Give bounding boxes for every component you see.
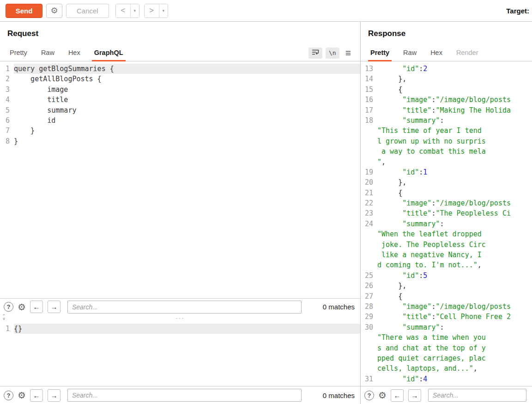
response-tab-pretty[interactable]: Pretty (363, 45, 396, 61)
toolbar: Send ⚙ Cancel < ▾ > ▾ Target: (0, 0, 532, 22)
code-line-text: "id":5 (377, 271, 532, 281)
editor-tools: \n ≡ (308, 45, 357, 61)
search-next-button[interactable]: → (48, 389, 60, 402)
code-line: 2 getAllBlogPosts { (0, 74, 360, 84)
code-line: 25 "id":5 (361, 271, 532, 281)
gear-icon: ⚙ (50, 6, 58, 16)
send-button[interactable]: Send (6, 4, 42, 18)
code-line: "When the leaflet dropped (361, 229, 532, 239)
search-prev-button[interactable]: ← (30, 389, 43, 402)
code-line: 6 id (0, 115, 360, 126)
line-number: 16 (361, 95, 377, 105)
code-line-text: "summary": (377, 322, 532, 332)
line-number: 27 (361, 291, 377, 301)
code-line: 13 "id":2 (361, 64, 532, 74)
code-line: 17 "title":"Making The Holida (361, 105, 532, 115)
code-line: pped quiet carriages, plac (361, 353, 532, 363)
line-number: 28 (361, 301, 377, 312)
request-tab-hex[interactable]: Hex (61, 45, 87, 61)
code-line-text: "id":4 (377, 374, 532, 384)
editor-menu-button[interactable]: ≡ (343, 48, 354, 58)
search-settings-icon[interactable]: ⚙ (18, 302, 26, 312)
line-number: 13 (361, 64, 377, 74)
request-tab-pretty[interactable]: Pretty (3, 45, 34, 61)
search-input[interactable] (67, 389, 302, 402)
code-line-text: "image":"/image/blog/posts (377, 95, 532, 105)
code-line-text: query getBlogSummaries { (14, 64, 360, 74)
line-number: 3 (0, 84, 14, 95)
search-next-button[interactable]: → (408, 389, 421, 402)
code-line-text: } (14, 126, 360, 136)
code-line: 1query getBlogSummaries { (0, 64, 360, 74)
request-panel: Request Pretty Raw Hex GraphQL \n (0, 22, 361, 404)
line-number (361, 332, 377, 343)
code-line: 20 }, (361, 177, 532, 187)
request-tab-graphql[interactable]: GraphQL (87, 45, 130, 61)
line-number: 7 (0, 126, 14, 136)
code-line: 22 "image":"/image/blog/posts (361, 198, 532, 208)
code-line: 14 }, (361, 74, 532, 84)
prev-request-dropdown[interactable]: ▾ (130, 4, 139, 18)
arrow-left-icon: ← (393, 392, 400, 399)
line-number: 24 (361, 219, 377, 229)
graphql-variables-editor[interactable]: 1{} (0, 321, 360, 386)
code-line: 3 image (0, 84, 360, 95)
code-line: 18 "summary": (361, 115, 532, 126)
code-line-text: title (14, 95, 360, 105)
splitter-handle-icon[interactable]: ··· (176, 314, 185, 321)
code-line-text: image (14, 84, 360, 95)
request-settings-button[interactable]: ⚙ (46, 4, 62, 18)
line-number (361, 126, 377, 136)
search-next-button[interactable]: → (48, 301, 60, 313)
wrap-lines-button[interactable] (308, 48, 322, 59)
code-line-text: summary (14, 105, 360, 115)
code-line: cells, laptops, and...", (361, 363, 532, 374)
code-line-text: } (14, 136, 360, 146)
line-number (361, 136, 377, 146)
main-split: Request Pretty Raw Hex GraphQL \n (0, 22, 532, 404)
splitter-collapse-control[interactable]: ^ v (3, 315, 5, 320)
variables-search-bar: ? ⚙ ← → 0 matches (0, 386, 360, 404)
line-number: 31 (361, 374, 377, 384)
prev-request-button[interactable]: < (116, 4, 130, 18)
response-tab-hex[interactable]: Hex (423, 45, 449, 61)
code-line-text: "title":"Making The Holida (377, 105, 532, 115)
search-settings-icon[interactable]: ⚙ (378, 391, 387, 400)
code-line: 1{} (0, 324, 360, 334)
code-line: l grown up with no surpris (361, 136, 532, 146)
search-prev-button[interactable]: ← (391, 389, 404, 402)
code-line-text: d coming to. I'm not...", (377, 260, 532, 270)
chevron-down-icon: ▾ (133, 8, 136, 13)
code-line-text: ", (377, 157, 532, 167)
next-request-button[interactable]: > (145, 4, 159, 18)
help-icon[interactable]: ? (364, 391, 374, 400)
request-editor[interactable]: 1query getBlogSummaries {2 getAllBlogPos… (0, 61, 360, 298)
cancel-button[interactable]: Cancel (66, 4, 109, 18)
code-line-text: "This time of year I tend (377, 126, 532, 136)
response-tabs: Pretty Raw Hex Render (361, 45, 532, 61)
request-tab-raw[interactable]: Raw (34, 45, 61, 61)
response-editor[interactable]: 13 "id":214 },15 {16 "image":"/image/blo… (361, 61, 532, 386)
line-number: 17 (361, 105, 377, 115)
search-input[interactable] (428, 389, 526, 402)
response-tab-raw[interactable]: Raw (396, 45, 423, 61)
code-line: a way to combat this mela (361, 146, 532, 157)
search-settings-icon[interactable]: ⚙ (18, 391, 26, 400)
next-request-button-group: > ▾ (144, 4, 168, 18)
response-panel: Response Pretty Raw Hex Render 13 "id":2… (361, 22, 532, 404)
code-line-text: "image":"/image/blog/posts (377, 301, 532, 312)
code-line-text: joke. The Peopleless Circ (377, 240, 532, 250)
line-number: 4 (0, 95, 14, 105)
code-line: 8} (0, 136, 360, 146)
code-line-text: pped quiet carriages, plac (377, 353, 532, 363)
line-number: 1 (0, 64, 14, 74)
help-icon[interactable]: ? (4, 391, 13, 400)
target-label: Target: (506, 7, 530, 15)
show-newlines-button[interactable]: \n (326, 48, 339, 59)
editor-splitter[interactable]: ^ v ··· (0, 315, 360, 321)
search-input[interactable] (67, 301, 302, 314)
arrow-right-icon: → (50, 392, 57, 399)
next-request-dropdown[interactable]: ▾ (159, 4, 168, 18)
help-icon[interactable]: ? (4, 302, 13, 312)
search-prev-button[interactable]: ← (30, 301, 43, 313)
